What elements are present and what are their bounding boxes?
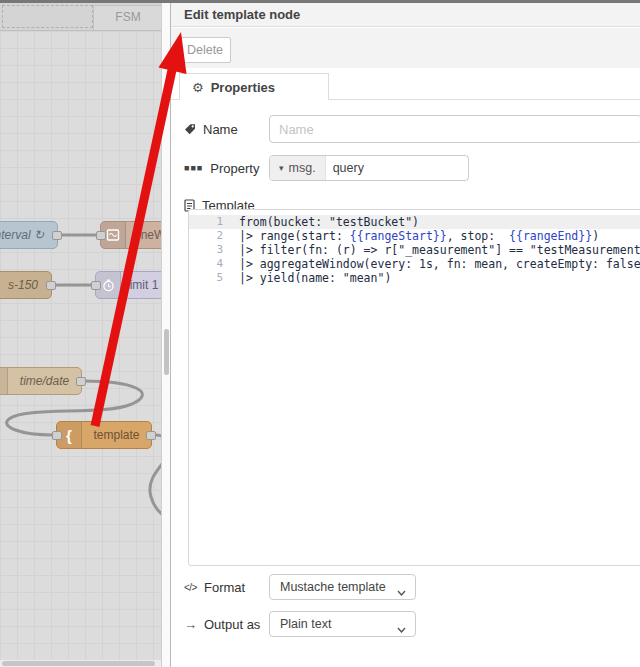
property-value[interactable]: query [326,161,364,175]
workspace-tab-placeholder[interactable] [2,5,93,28]
line-number: 2 [189,229,223,243]
code-text: from(bucket: "testBucket") [223,215,419,229]
line-number: 1 [189,215,223,229]
property-typed-input[interactable]: ▾ msg. query [269,155,469,181]
workspace-tab-fsm[interactable]: FSM [93,5,161,30]
chevron-down-icon [397,622,406,636]
code-text: |> aggregateWindow(every: 1s, fn: mean, … [223,257,640,271]
name-label: Name [184,115,238,143]
edit-node-tray: Edit template node Delete ⚙ Properties N… [170,3,640,667]
code-text: |> yield(name: "mean") [223,271,391,285]
name-input[interactable] [269,115,640,143]
gear-icon: ⚙ [192,80,204,95]
input-port[interactable] [91,281,101,290]
input-port[interactable] [52,431,62,440]
node-template[interactable]: { template [56,421,152,449]
node-label: s-150 [0,278,51,292]
output-as-label: → Output as [184,610,260,638]
workspace-tabbar: FSM [0,3,161,31]
node-red-editor: FSM interval ↻ sineW s-150 [0,0,640,667]
code-text: |> filter(fn: (r) => r["_measurement"] =… [223,243,640,257]
tag-icon [184,123,196,135]
top-border [0,0,640,3]
node-label: limit 1 ms [121,278,161,292]
output-port[interactable] [76,377,86,386]
node-timedate[interactable]: f time/date [0,367,82,395]
wire[interactable] [150,435,161,522]
typed-input-type-button[interactable]: ▾ msg. [270,156,326,180]
node-limit[interactable]: limit 1 ms [95,271,161,299]
code-line[interactable]: 4|> aggregateWindow(every: 1s, fn: mean,… [189,257,640,271]
node-label: time/date [8,374,81,388]
output-port[interactable] [46,281,56,290]
format-select[interactable]: Mustache template [269,574,416,600]
code-line[interactable]: 5|> yield(name: "mean") [189,271,640,285]
node-label: template [82,428,151,442]
output-port[interactable] [52,231,62,240]
node-label: interval ↻ [0,228,57,242]
template-code-editor[interactable]: 1from(bucket: "testBucket")2|> range(sta… [188,209,640,566]
canvas-vertical-scrollbar[interactable] [161,3,170,667]
node-interval[interactable]: interval ↻ [0,221,58,249]
line-number: 4 [189,257,223,271]
line-number: 5 [189,271,223,285]
code-line[interactable]: 1from(bucket: "testBucket") [189,215,640,229]
ellipsis-icon: ■■■ [184,163,203,173]
flow-canvas[interactable]: FSM interval ↻ sineW s-150 [0,3,161,667]
node-sinewave[interactable]: sineW [100,221,161,249]
property-label: ■■■ Property [184,154,259,182]
tray-tabrow: ⚙ Properties [171,68,640,100]
node-ms150[interactable]: s-150 [0,271,52,299]
output-port[interactable] [146,431,156,440]
wire-layer [0,31,161,660]
code-line[interactable]: 3|> filter(fn: (r) => r["_measurement"] … [189,243,640,257]
line-number: 3 [189,243,223,257]
code-line[interactable]: 2|> range(start: {{rangeStart}}, stop: {… [189,229,640,243]
node-label: sineW [126,228,161,242]
tab-properties-label: Properties [211,80,275,95]
scrollbar-thumb[interactable] [164,329,169,375]
tab-properties[interactable]: ⚙ Properties [179,73,329,100]
function-icon: f [0,368,8,394]
canvas-horizontal-scrollbar[interactable] [0,660,161,667]
code-format-icon: </> [184,582,197,593]
scrollbar-thumb[interactable] [2,661,155,666]
delete-button[interactable]: Delete [179,37,231,63]
tray-title: Edit template node [171,3,640,27]
code-lines: 1from(bucket: "testBucket")2|> range(sta… [189,215,640,285]
arrow-right-icon: → [184,617,197,632]
output-as-select[interactable]: Plain text [269,611,416,637]
tray-toolbar: Delete [171,28,640,68]
input-port[interactable] [96,231,106,240]
code-text: |> range(start: {{rangeStart}}, stop: {{… [223,229,599,243]
chevron-down-icon [397,585,406,599]
caret-down-icon: ▾ [279,163,284,173]
flow-workspace[interactable]: interval ↻ sineW s-150 limit 1 ms [0,31,161,660]
format-label: </> Format [184,573,245,601]
